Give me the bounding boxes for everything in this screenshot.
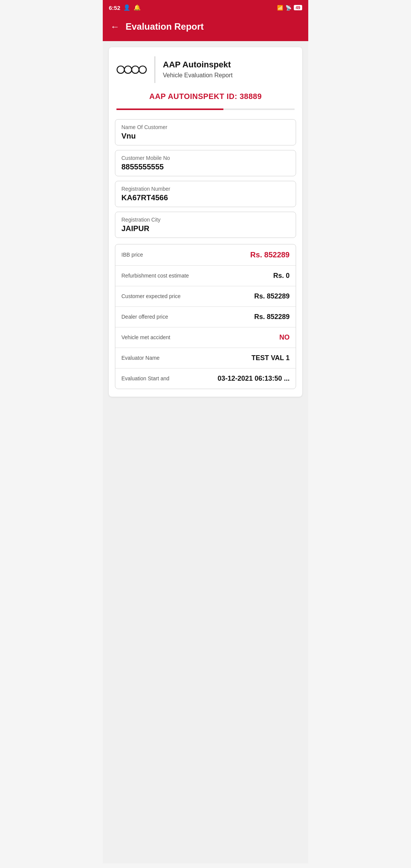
registration-city-label: Registration City [121,217,290,223]
vehicle-accident-label: Vehicle met accident [121,334,279,341]
main-content: AAP Autoinspekt Vehicle Evaluation Repor… [103,41,308,863]
vehicle-accident-row: Vehicle met accident NO [115,327,296,348]
back-button[interactable]: ← [110,21,119,32]
app-header: ← Evaluation Report [103,15,308,41]
registration-city-value: JAIPUR [121,224,290,233]
svg-point-0 [117,66,124,73]
report-card: AAP Autoinspekt Vehicle Evaluation Repor… [109,47,302,397]
evaluation-start-value: 03-12-2021 06:13:50 ... [218,375,290,383]
evaluation-start-row: Evaluation Start and 03-12-2021 06:13:50… [115,369,296,389]
customer-expected-price-label: Customer expected price [121,293,254,300]
customer-expected-price-row: Customer expected price Rs. 852289 [115,286,296,307]
bell-icon: 🔔 [134,4,141,11]
customer-mobile-field: Customer Mobile No 8855555555 [115,150,296,176]
section-divider [116,108,295,110]
company-info: AAP Autoinspekt Vehicle Evaluation Repor… [163,60,233,80]
evaluator-name-label: Evaluator Name [121,354,252,362]
vehicle-accident-value: NO [279,333,290,341]
evaluator-name-value: TEST VAL 1 [252,354,290,362]
customer-mobile-value: 8855555555 [121,163,290,171]
refurbishment-cost-row: Refurbishment cost estimate Rs. 0 [115,266,296,286]
status-bar-right: 📶 📡 49 [277,5,302,11]
customer-expected-price-value: Rs. 852289 [254,292,290,300]
evaluation-start-label: Evaluation Start and [121,375,218,383]
svg-point-1 [124,66,132,73]
ibb-price-label: IBB price [121,251,250,259]
customer-name-label: Name Of Customer [121,124,290,130]
company-name: AAP Autoinspekt [163,60,233,70]
customer-mobile-label: Customer Mobile No [121,155,290,161]
audi-logo [116,62,147,77]
info-fields: Name Of Customer Vnu Customer Mobile No … [109,119,302,238]
logo-section: AAP Autoinspekt Vehicle Evaluation Repor… [109,47,302,89]
ibb-price-row: IBB price Rs. 852289 [115,244,296,266]
svg-point-3 [139,66,146,73]
logo-divider [155,56,155,83]
registration-city-field: Registration City JAIPUR [115,212,296,238]
signal-icon: 📶 [277,5,283,11]
page-title: Evaluation Report [126,21,204,32]
dealer-offered-price-value: Rs. 852289 [254,313,290,321]
aap-id-section: AAP AUTOINSPEKT ID: 38889 [109,89,302,108]
status-bar: 6:52 👤 🔔 📶 📡 49 [103,0,308,15]
status-bar-left: 6:52 👤 🔔 [109,4,141,11]
customer-name-field: Name Of Customer Vnu [115,119,296,145]
registration-number-field: Registration Number KA67RT4566 [115,181,296,207]
refurbishment-cost-value: Rs. 0 [273,272,290,280]
registration-number-label: Registration Number [121,186,290,192]
battery-indicator: 49 [294,5,302,10]
dealer-offered-price-row: Dealer offered price Rs. 852289 [115,307,296,327]
refurbishment-cost-label: Refurbishment cost estimate [121,272,273,280]
evaluator-name-row: Evaluator Name TEST VAL 1 [115,348,296,369]
audi-rings-icon [116,62,147,77]
status-time: 6:52 [109,5,120,11]
price-table: IBB price Rs. 852289 Refurbishment cost … [115,244,296,389]
bottom-spacing [109,389,302,397]
dealer-offered-price-label: Dealer offered price [121,313,254,321]
registration-number-value: KA67RT4566 [121,193,290,202]
person-icon: 👤 [123,4,131,11]
svg-point-2 [132,66,139,73]
customer-name-value: Vnu [121,132,290,140]
company-subtitle: Vehicle Evaluation Report [163,71,233,80]
aap-id-text: AAP AUTOINSPEKT ID: 38889 [149,92,262,101]
wifi-icon: 📡 [285,5,292,11]
ibb-price-value: Rs. 852289 [250,251,290,259]
